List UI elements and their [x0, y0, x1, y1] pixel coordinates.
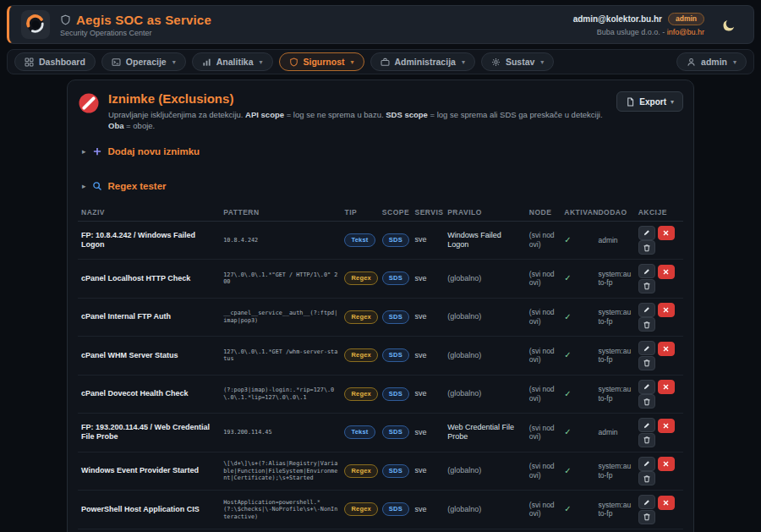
delete-button[interactable] [638, 433, 655, 447]
grid-icon [25, 58, 34, 67]
scope-badge: SDS [382, 387, 409, 401]
pencil-icon [643, 459, 651, 468]
cell-pattern: 193.200.114.45 [220, 414, 341, 452]
trash-icon [643, 513, 651, 521]
regex-tester-toggle[interactable]: ▸ Regex tester [82, 181, 167, 191]
edit-button[interactable] [638, 457, 655, 471]
column-header-pravilo: PRAVILO [444, 204, 526, 222]
cell-pattern: \[\d+\]\s+(?:Alias|Registry|Variable|Fun… [220, 452, 341, 491]
active-check-icon: ✓ [561, 221, 594, 260]
export-button[interactable]: Export ▾ [616, 91, 683, 112]
cell-dodao: system:auto-fp [594, 337, 634, 376]
cell-scope: SDS [379, 260, 412, 299]
cell-naziv: FP: 193.200.114.45 / Web Credential File… [78, 414, 220, 452]
cell-node: (svi nodovi) [526, 260, 561, 299]
cell-naziv: PowerShell Host Application CIS [78, 491, 220, 529]
active-check-icon: ✓ [561, 491, 594, 529]
delete-button[interactable] [638, 240, 655, 255]
company-email-link[interactable]: info@bu.hr [667, 28, 704, 36]
document-icon [626, 97, 635, 107]
delete-button[interactable] [638, 510, 655, 524]
active-check-icon: ✓ [561, 298, 594, 337]
delete-button[interactable] [638, 279, 655, 293]
tip-badge: Tekst [344, 233, 375, 247]
cell-servis: sve [412, 452, 445, 491]
theme-toggle-button[interactable] [716, 12, 742, 37]
cell-node: (svi nodovi) [526, 452, 561, 491]
pencil-icon [643, 344, 651, 353]
cell-dodao: system:auto-fp [594, 529, 634, 532]
delete-button[interactable] [638, 471, 655, 485]
edit-button[interactable] [638, 418, 655, 432]
tip-badge: Tekst [344, 425, 375, 439]
cell-pattern: 127\.0\.0\.1.*"GET / HTTP/1\.0" 200 [220, 260, 341, 299]
x-icon [662, 383, 670, 391]
cell-tip: Regex [341, 529, 378, 532]
column-header-dodao: DODAO [594, 204, 634, 222]
cell-servis: sve [412, 260, 445, 299]
table-row: FP: 10.8.4.242 / Windows Failed Logon10.… [78, 221, 683, 260]
edit-button[interactable] [638, 495, 655, 509]
tip-badge: Regex [344, 464, 378, 478]
cell-pravilo: (globalno) [444, 452, 526, 491]
nav-item-analitika[interactable]: Analitika▾ [192, 52, 273, 71]
user-role-badge: admin [668, 13, 704, 25]
cell-naziv: cPanel Dovecot Health Check [78, 375, 220, 414]
edit-button[interactable] [638, 226, 655, 240]
cell-pravilo: (globalno) [444, 298, 526, 337]
cell-pattern: (?:pop3|imap)-login:.*rip=127\.0\.0\.1.*… [220, 375, 341, 414]
delete-button[interactable] [638, 317, 655, 332]
table-row: cPanel Internal FTP Auth__cpanel__servic… [78, 298, 683, 337]
company-name: Buba usluge d.o.o. - [597, 28, 665, 36]
x-icon [662, 306, 670, 314]
delete-button[interactable] [638, 394, 655, 409]
chevron-right-icon: ▸ [82, 182, 86, 190]
edit-button[interactable] [638, 380, 655, 394]
table-row: cPanel Dovecot Health Check(?:pop3|imap)… [78, 375, 683, 414]
nav-item-administracija[interactable]: Administracija▾ [370, 52, 475, 71]
disable-button[interactable] [658, 303, 675, 317]
cell-node: (svi nodovi) [526, 491, 561, 529]
disable-button[interactable] [658, 496, 675, 510]
cell-servis: sve [412, 375, 445, 414]
exclusions-panel: Iznimke (Exclusions) Upravljanje isključ… [67, 80, 694, 532]
edit-button[interactable] [638, 264, 655, 278]
edit-button[interactable] [638, 303, 655, 317]
cell-scope: SDS [379, 452, 412, 491]
cell-akcije [635, 414, 683, 452]
disable-button[interactable] [658, 380, 675, 394]
column-header-scope: SCOPE [379, 204, 412, 222]
cell-naziv: Windows Event Provider Started [78, 452, 220, 491]
logo-swirl-icon [25, 14, 47, 36]
nav-user-menu[interactable]: admin ▾ [676, 52, 747, 71]
nav-item-sustav[interactable]: Sustav▾ [481, 52, 554, 71]
active-check-icon: ✓ [561, 414, 594, 452]
page-description: Upravljanje isključenjima za detekciju. … [108, 109, 608, 132]
edit-button[interactable] [638, 341, 655, 355]
trash-icon [643, 282, 651, 290]
disable-button[interactable] [658, 265, 675, 279]
column-header-aktivan: AKTIVAN [561, 204, 594, 222]
cell-servis: sve [412, 337, 445, 376]
chevron-down-icon: ▾ [462, 58, 465, 66]
plus-icon [92, 146, 102, 156]
scope-badge: SDS [382, 233, 409, 247]
chevron-down-icon: ▾ [733, 58, 736, 66]
add-exclusion-toggle[interactable]: ▸ Dodaj novu iznimku [82, 146, 200, 156]
disable-button[interactable] [658, 457, 675, 471]
cell-pattern: HostApplication=powershell.*(?:\$checks|… [220, 491, 341, 529]
nav-item-dashboard[interactable]: Dashboard [14, 52, 96, 71]
nav-item-operacije[interactable]: Operacije▾ [101, 52, 186, 71]
nav-item-sigurnost[interactable]: Sigurnost▾ [279, 52, 364, 71]
disable-button[interactable] [658, 419, 675, 433]
cell-node: (svi nodovi) [526, 298, 561, 337]
cell-tip: Tekst [341, 221, 378, 260]
cell-pravilo: (globalno) [444, 375, 526, 414]
scope-badge: SDS [382, 310, 409, 324]
disable-button[interactable] [658, 342, 675, 356]
cell-servis: sve [412, 221, 445, 260]
active-check-icon: ✓ [561, 260, 594, 299]
cell-naziv: cPanel WHM Server Status [78, 337, 220, 376]
delete-button[interactable] [638, 356, 655, 370]
disable-button[interactable] [658, 226, 675, 240]
